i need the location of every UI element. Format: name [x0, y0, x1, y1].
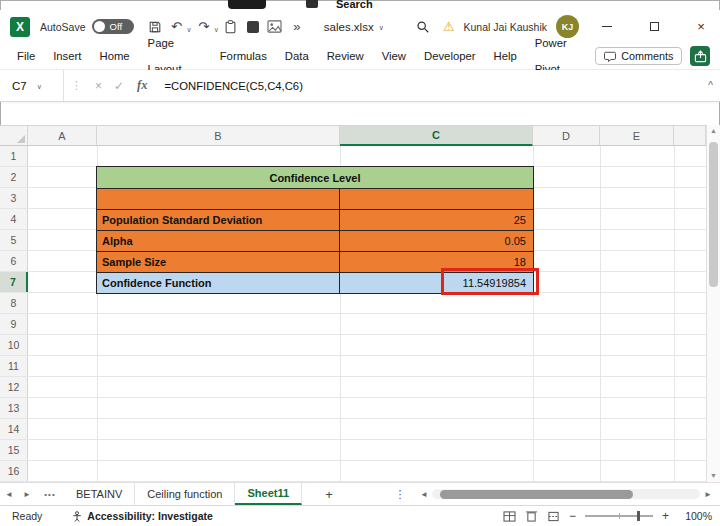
grid-row-14: 14 [0, 419, 706, 440]
zoom-slider-thumb[interactable] [637, 511, 640, 521]
row-header-7[interactable]: 7 [0, 272, 28, 292]
more-commands-icon[interactable]: » [288, 15, 306, 39]
ribbon-tab-home[interactable]: Home [90, 43, 138, 69]
sheet-tab-betainv[interactable]: BETAINV [64, 483, 135, 505]
redo-dropdown-icon[interactable]: ∨ [214, 20, 219, 34]
grid-row-16: 16 [0, 461, 706, 482]
ribbon-tab-review[interactable]: Review [318, 43, 373, 69]
cell-b5[interactable]: Alpha [97, 231, 340, 251]
cell-c5[interactable]: 0.05 [340, 231, 533, 251]
table-row [97, 188, 533, 209]
ribbon-tab-bar: File Insert Home Page Layout Formulas Da… [0, 43, 720, 70]
clipboard-icon[interactable] [222, 15, 240, 39]
accessibility-status[interactable]: Accessibility: Investigate [72, 510, 212, 522]
zoom-slider[interactable] [585, 515, 653, 517]
cell-b2-title[interactable]: Confidence Level [97, 167, 533, 188]
scroll-right-icon[interactable]: ► [702, 490, 714, 499]
column-header-e[interactable]: E [600, 126, 674, 146]
row-header-3[interactable]: 3 [0, 188, 28, 208]
normal-view-button[interactable] [503, 511, 516, 522]
warning-icon[interactable]: ⚠ [443, 19, 455, 34]
excel-logo-icon[interactable]: X [10, 17, 30, 37]
cancel-icon[interactable]: × [95, 79, 102, 93]
row-header-14[interactable]: 14 [0, 419, 28, 439]
scroll-left-icon[interactable]: ◄ [418, 490, 430, 499]
cell-b3[interactable] [97, 189, 340, 209]
column-header-a[interactable]: A [28, 126, 97, 146]
vertical-scroll-thumb[interactable] [709, 142, 718, 287]
zoom-in-button[interactable]: + [662, 509, 669, 523]
scroll-down-icon[interactable]: ▼ [707, 472, 720, 479]
taskbar-fragment [228, 0, 266, 9]
ribbon-tab-developer[interactable]: Developer [415, 43, 485, 69]
column-header-b[interactable]: B [97, 126, 340, 146]
picture-icon[interactable] [266, 15, 284, 39]
ribbon-tab-formulas[interactable]: Formulas [211, 43, 276, 69]
scroll-up-icon[interactable]: ▲ [707, 127, 720, 134]
row-header-11[interactable]: 11 [0, 356, 28, 376]
name-box[interactable]: C7 ∨ [0, 70, 64, 101]
sheet-tab-sheet11[interactable]: Sheet11 [235, 483, 302, 505]
formula-bar-collapse-button[interactable]: ^ [708, 80, 713, 91]
row-header-9[interactable]: 9 [0, 314, 28, 334]
search-icon[interactable] [414, 15, 432, 39]
zoom-level[interactable]: 100% [678, 510, 712, 522]
sheet-nav-left-icon[interactable]: ◄ [0, 483, 18, 505]
comments-button[interactable]: Comments [595, 47, 682, 65]
name-box-dropdown-icon[interactable]: ∨ [37, 80, 42, 91]
horizontal-scrollbar[interactable]: ◄ ► [418, 483, 714, 505]
cell-b6[interactable]: Sample Size [97, 252, 340, 272]
row-header-2[interactable]: 2 [0, 167, 28, 187]
vertical-scrollbar[interactable]: ▲ ▼ [706, 125, 720, 482]
close-button[interactable]: × [682, 13, 720, 41]
title-bar: X AutoSave Off ↶ ∨ ↷ ∨ » sales.xlsx ∨ [0, 10, 720, 43]
row-header-8[interactable]: 8 [0, 293, 28, 313]
horizontal-scroll-thumb[interactable] [440, 490, 633, 499]
ribbon-tab-insert[interactable]: Insert [44, 43, 90, 69]
row-header-5[interactable]: 5 [0, 230, 28, 250]
zoom-out-button[interactable]: − [569, 509, 576, 523]
add-sheet-button[interactable]: + [314, 483, 344, 505]
maximize-button[interactable] [635, 13, 673, 41]
select-all-button[interactable] [0, 126, 28, 146]
column-header-d[interactable]: D [533, 126, 600, 146]
autosave-switch[interactable]: Off [92, 19, 134, 34]
sheet-tab-overflow[interactable]: ••• [36, 483, 64, 505]
ribbon-tab-data[interactable]: Data [276, 43, 318, 69]
row-header-10[interactable]: 10 [0, 335, 28, 355]
sheet-tab-menu-icon[interactable]: ⋮ [390, 483, 410, 505]
cell-b7[interactable]: Confidence Function [97, 273, 340, 293]
insert-function-icon[interactable]: fx [137, 78, 147, 93]
row-header-4[interactable]: 4 [0, 209, 28, 229]
formula-bar-splitter[interactable]: ⋮ [71, 79, 82, 92]
ribbon-tab-file[interactable]: File [8, 43, 44, 69]
share-button[interactable] [690, 46, 710, 66]
row-header-16[interactable]: 16 [0, 461, 28, 481]
enter-icon[interactable]: ✓ [114, 79, 124, 93]
worksheet-grid[interactable]: 1 2 3 4 5 6 7 8 9 10 11 12 13 14 15 16 C… [0, 146, 706, 482]
grid-row-9: 9 [0, 314, 706, 335]
formula-input[interactable]: =CONFIDENCE(C5,C4,C6) [165, 80, 303, 92]
cell-c4[interactable]: 25 [340, 210, 533, 230]
column-header-partial[interactable] [674, 126, 706, 146]
row-header-15[interactable]: 15 [0, 440, 28, 460]
row-header-13[interactable]: 13 [0, 398, 28, 418]
page-layout-view-button[interactable] [525, 511, 538, 522]
column-header-c[interactable]: C [340, 126, 533, 146]
grid-row-10: 10 [0, 335, 706, 356]
page-break-view-button[interactable] [547, 511, 560, 522]
sheet-nav-right-icon[interactable]: ► [18, 483, 36, 505]
ribbon-tab-view[interactable]: View [373, 43, 415, 69]
horizontal-scroll-track[interactable] [432, 489, 700, 499]
cell-c3[interactable] [340, 189, 533, 209]
autosave-label: AutoSave [40, 21, 86, 33]
cell-b4[interactable]: Population Standard Deviation [97, 210, 340, 230]
ribbon-tab-help[interactable]: Help [485, 43, 526, 69]
sheet-tab-ceiling-function[interactable]: Ceiling function [135, 483, 235, 505]
row-header-6[interactable]: 6 [0, 251, 28, 271]
row-header-1[interactable]: 1 [0, 146, 28, 166]
row-header-12[interactable]: 12 [0, 377, 28, 397]
document-title[interactable]: sales.xlsx ∨ [324, 21, 384, 33]
autosave-toggle[interactable]: AutoSave Off [40, 19, 134, 34]
addin-icon[interactable] [244, 15, 262, 39]
